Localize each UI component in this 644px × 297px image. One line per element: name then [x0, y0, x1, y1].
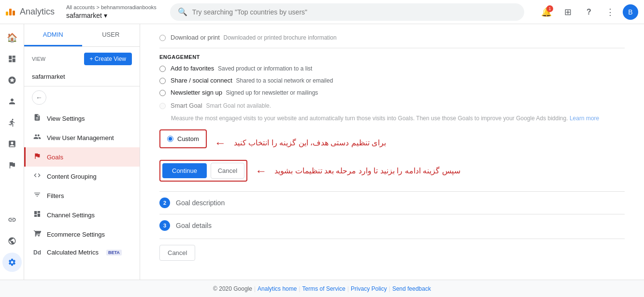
step-3-label: Goal details — [176, 222, 212, 229]
engagement-label: ENGAGEMENT — [159, 54, 625, 60]
account-name-selector[interactable]: safarmarket ▾ — [66, 11, 157, 20]
view-label: View — [32, 56, 45, 62]
calculated-metrics-label: Calculated Metrics — [47, 249, 99, 256]
sidebar-item-audience[interactable] — [2, 92, 22, 111]
social-radio[interactable] — [159, 78, 166, 84]
sidebar-item-realtime[interactable] — [2, 71, 22, 90]
smart-goal-radio[interactable] — [159, 103, 166, 109]
download-radio[interactable] — [159, 35, 166, 41]
search-bar[interactable]: 🔍 — [170, 3, 524, 21]
grid-button[interactable]: ⊞ — [559, 3, 576, 21]
arrow-icon-1: ← — [215, 136, 226, 150]
sidebar-item-content-grouping[interactable]: Content Grouping — [24, 167, 140, 186]
learn-more-link[interactable]: Learn more — [570, 115, 599, 122]
logo-bar-3 — [13, 11, 15, 15]
avatar[interactable]: B — [623, 4, 638, 20]
favorites-desc: Saved product or information to a list — [218, 65, 312, 72]
favorites-label: Add to favorites — [171, 65, 214, 72]
smart-goal-option: Smart Goal Smart Goal not available. — [159, 102, 625, 109]
sidebar-item-view-settings[interactable]: View Settings — [24, 109, 140, 128]
smart-goal-section: Smart Goal Smart Goal not available. Mea… — [159, 102, 625, 123]
terms-of-service-link[interactable]: Terms of Service — [302, 285, 345, 292]
custom-option-highlighted: Custom — [159, 129, 207, 148]
continue-button[interactable]: Continue — [162, 163, 207, 178]
smart-goal-label: Smart Goal — [171, 102, 202, 109]
sidebar-item-filters[interactable]: Filters — [24, 186, 140, 205]
channel-settings-label: Channel Settings — [47, 212, 95, 219]
smart-goal-note: Smart Goal not available. — [206, 102, 271, 109]
sidebar-account-name: safarmarket — [24, 71, 140, 86]
tab-admin[interactable]: ADMIN — [24, 24, 82, 46]
cancel-inline-button[interactable]: Cancel — [211, 163, 244, 179]
sidebar-item-home[interactable]: 🏠 — [2, 28, 22, 47]
custom-radio[interactable] — [167, 136, 173, 142]
newsletter-label: Newsletter sign up — [171, 89, 222, 96]
ecommerce-icon — [33, 229, 41, 239]
beta-badge: BETA — [106, 250, 122, 255]
sidebar-item-view-user-management[interactable]: View User Management — [24, 128, 140, 147]
nav-icons: 🔔 1 ⊞ ? ⋮ B — [538, 3, 638, 21]
notification-badge: 1 — [546, 5, 553, 12]
sidebar-item-conversions[interactable] — [2, 156, 22, 175]
privacy-policy-link[interactable]: Privacy Policy — [351, 285, 387, 292]
analytics-home-link[interactable]: Analytics home — [258, 285, 297, 292]
more-icon: ⋮ — [606, 7, 615, 17]
channel-settings-icon — [33, 210, 41, 220]
download-label: Download or print — [171, 34, 220, 41]
back-button[interactable]: ← — [32, 90, 46, 105]
send-feedback-link[interactable]: Send feedback — [392, 285, 431, 292]
download-desc: Downloaded or printed brochure informati… — [224, 34, 337, 41]
sidebar-item-goals[interactable]: Goals — [24, 147, 140, 167]
sidebar-item-dashboard[interactable] — [2, 49, 22, 69]
newsletter-desc: Signed up for newsletter or mailings — [226, 89, 318, 96]
page-wrapper: 🏠 › ADMIN — [0, 24, 644, 297]
continue-row-wrapper: Continue Cancel ← سپس گزینه ادامه را بزن… — [159, 160, 625, 182]
footer: © 2020 Google | Analytics home | Terms o… — [0, 280, 644, 297]
main-content: Download or print Downloaded or printed … — [140, 24, 644, 297]
sidebar-item-calculated-metrics[interactable]: Dd Calculated Metrics BETA — [24, 244, 140, 261]
add-to-favorites-option: Add to favorites Saved product or inform… — [159, 65, 625, 72]
social-desc: Shared to a social network or emailed — [236, 77, 333, 84]
sidebar-item-admin[interactable] — [2, 253, 22, 272]
sidebar-item-channel-settings[interactable]: Channel Settings — [24, 205, 140, 225]
tab-user[interactable]: USER — [82, 24, 140, 46]
continue-btn-wrapper: Continue Cancel — [159, 160, 247, 182]
sidebar-tabs: ADMIN USER — [24, 24, 140, 47]
copyright: © 2020 Google — [213, 285, 252, 292]
favorites-radio[interactable] — [159, 66, 166, 72]
engagement-section: ENGAGEMENT Add to favorites Saved produc… — [159, 54, 625, 96]
step-2-number: 2 — [159, 198, 170, 208]
ecommerce-label: Ecommerce Settings — [47, 231, 105, 238]
icon-nav: 🏠 › — [0, 24, 24, 297]
goals-label: Goals — [47, 154, 63, 161]
sidebar-item-search-console[interactable] — [2, 210, 22, 229]
people-icon — [33, 133, 41, 142]
app-title: Analytics — [20, 7, 55, 17]
cancel-footer-section: Cancel — [159, 239, 625, 267]
goals-flag-icon — [33, 152, 41, 162]
notification-button[interactable]: 🔔 1 — [538, 3, 555, 21]
create-view-button[interactable]: + Create View — [84, 53, 132, 65]
smart-goal-description: Measure the most engaged visits to your … — [171, 114, 625, 123]
annotation-text-1: برای تنظیم دستی هدف، این گزینه را انتخاب… — [234, 138, 386, 147]
filters-label: Filters — [47, 192, 64, 199]
cancel-footer-button[interactable]: Cancel — [159, 245, 195, 261]
more-button[interactable]: ⋮ — [601, 3, 619, 21]
account-info: All accounts > behnammoradianbooks safar… — [66, 4, 157, 19]
view-user-management-label: View User Management — [47, 134, 114, 141]
view-settings-label: View Settings — [47, 115, 85, 122]
arrow-icon-2: ← — [255, 164, 267, 178]
filters-icon — [33, 191, 41, 200]
search-input[interactable] — [192, 8, 516, 16]
newsletter-radio[interactable] — [159, 90, 166, 96]
sidebar-item-discover[interactable] — [2, 231, 22, 251]
sidebar-item-behavior[interactable] — [2, 134, 22, 154]
sidebar-item-acquisition[interactable] — [2, 113, 22, 132]
top-nav: Analytics All accounts > behnammoradianb… — [0, 0, 644, 24]
download-option: Download or print Downloaded or printed … — [159, 34, 625, 41]
content-grouping-icon — [33, 171, 41, 181]
account-path: All accounts > behnammoradianbooks — [66, 4, 157, 11]
help-button[interactable]: ? — [580, 3, 598, 21]
help-icon: ? — [587, 8, 591, 16]
sidebar-item-ecommerce[interactable]: Ecommerce Settings — [24, 225, 140, 244]
